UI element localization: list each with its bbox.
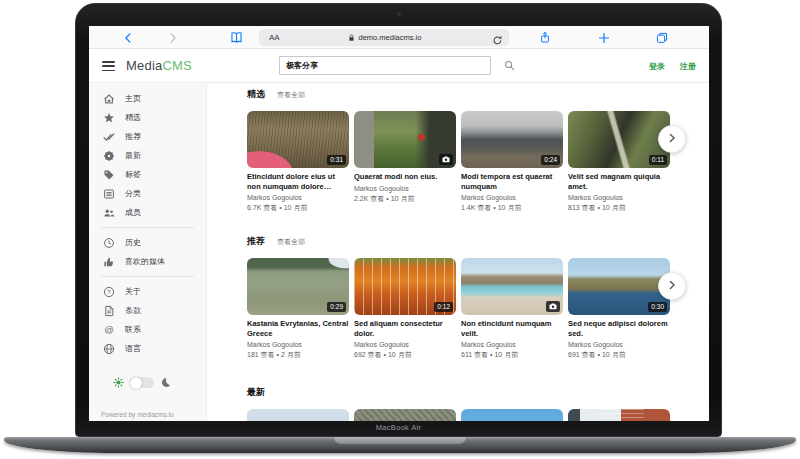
- media-card[interactable]: 0:24Modi tempora est quaerat numquamMark…: [461, 111, 563, 213]
- theme-switch: [113, 377, 171, 388]
- sidebar-item-home[interactable]: 主页: [89, 89, 206, 108]
- sidebar-item-categories[interactable]: 分类: [89, 184, 206, 203]
- media-card[interactable]: [461, 409, 563, 421]
- media-author[interactable]: Markos Gogoulos: [247, 341, 349, 348]
- tabs-icon[interactable]: [655, 31, 668, 44]
- media-thumbnail[interactable]: [461, 409, 563, 421]
- media-card[interactable]: 0:29Kastania Evrytanias, Central GreeceM…: [247, 258, 349, 360]
- sidebar-item-about[interactable]: ?关于: [89, 282, 206, 301]
- sidebar-item-liked-media[interactable]: 喜欢的媒体: [89, 252, 206, 271]
- media-meta: 181 查看 • 2 月前: [247, 350, 349, 360]
- sidebar-item-history[interactable]: 历史: [89, 233, 206, 252]
- media-section-1: 推荐查看全部0:29Kastania Evrytanias, Central G…: [247, 235, 670, 360]
- media-thumbnail[interactable]: 0:31: [247, 111, 349, 168]
- sidebar-item-label: 语言: [125, 343, 141, 354]
- sidebar-divider: [101, 276, 194, 277]
- sidebar-item-label: 推荐: [125, 131, 141, 142]
- lock-icon: [347, 33, 356, 43]
- carousel-next-button[interactable]: [658, 272, 686, 300]
- sidebar-item-contact[interactable]: @联系: [89, 320, 206, 339]
- sidebar-item-label: 最新: [125, 150, 141, 161]
- sidebar-item-latest[interactable]: 最新: [89, 146, 206, 165]
- media-author[interactable]: Markos Gogoulos: [461, 341, 563, 348]
- media-card[interactable]: 0:12Sed aliquam consectetur dolor.Markos…: [354, 258, 456, 360]
- lid-notch: [334, 437, 466, 444]
- media-thumbnail[interactable]: 0:29: [247, 258, 349, 315]
- forward-icon[interactable]: [166, 31, 179, 44]
- media-thumbnail[interactable]: [461, 258, 563, 315]
- media-title[interactable]: Quaerat modi non eius.: [354, 172, 456, 182]
- reload-icon[interactable]: [492, 32, 503, 50]
- media-title[interactable]: Sed neque adipisci dolorem sed.: [568, 319, 670, 338]
- media-thumbnail[interactable]: 0:24: [461, 111, 563, 168]
- media-author[interactable]: Markos Gogoulos: [568, 341, 670, 348]
- svg-text:@: @: [104, 324, 114, 335]
- media-author[interactable]: Markos Gogoulos: [247, 194, 349, 201]
- site-logo[interactable]: MediaCMS: [126, 58, 192, 73]
- sidebar-item-language[interactable]: 语言: [89, 339, 206, 358]
- image-type-badge: [439, 154, 453, 165]
- media-card[interactable]: Non etincidunt numquam velit.Markos Gogo…: [461, 258, 563, 360]
- sidebar-item-members[interactable]: 成员: [89, 203, 206, 222]
- chevron-right-icon: [666, 277, 678, 295]
- media-author[interactable]: Markos Gogoulos: [354, 185, 456, 192]
- duration-badge: 0:12: [434, 302, 453, 313]
- media-thumbnail[interactable]: 0:30: [568, 258, 670, 315]
- media-meta: 691 查看 • 10 月前: [568, 350, 670, 360]
- sidebar-item-featured[interactable]: 精选: [89, 108, 206, 127]
- card-row: 0:31Etincidunt dolore eius ut non numqua…: [247, 111, 670, 213]
- url-text: demo.mediacms.io: [259, 33, 509, 43]
- media-thumbnail[interactable]: [247, 409, 349, 421]
- image-type-badge: [546, 301, 560, 312]
- media-thumbnail[interactable]: 0:11: [568, 111, 670, 168]
- powered-by-link[interactable]: Powered by mediacms.io: [101, 411, 174, 418]
- media-thumbnail[interactable]: [568, 409, 670, 421]
- media-card[interactable]: [354, 409, 456, 421]
- media-card[interactable]: 0:31Etincidunt dolore eius ut non numqua…: [247, 111, 349, 213]
- macbook-bezel: AA demo.mediacms.io: [75, 3, 722, 437]
- media-title[interactable]: Non etincidunt numquam velit.: [461, 319, 563, 338]
- dark-mode-toggle[interactable]: [130, 377, 154, 388]
- media-card[interactable]: 0:11Velit sed magnam quiquia amet.Markos…: [568, 111, 670, 213]
- media-thumbnail[interactable]: 0:12: [354, 258, 456, 315]
- sidebar-nav: 主页精选推荐最新标签分类成员历史喜欢的媒体?关于条款@联系语言: [89, 89, 206, 358]
- media-title[interactable]: Etincidunt dolore eius ut non numquam do…: [247, 172, 349, 191]
- address-bar[interactable]: AA demo.mediacms.io: [259, 29, 509, 46]
- back-icon[interactable]: [122, 31, 135, 44]
- duration-badge: 0:29: [327, 302, 346, 313]
- register-link[interactable]: 注册: [680, 61, 696, 72]
- sidebar-item-recommended[interactable]: 推荐: [89, 127, 206, 146]
- media-title[interactable]: Kastania Evrytanias, Central Greece: [247, 319, 349, 338]
- view-all-link[interactable]: 查看全部: [277, 237, 305, 247]
- history-icon: [103, 237, 115, 249]
- media-title[interactable]: Sed aliquam consectetur dolor.: [354, 319, 456, 338]
- media-author[interactable]: Markos Gogoulos: [354, 341, 456, 348]
- chevron-right-icon: [666, 130, 678, 148]
- media-card[interactable]: 0:30Sed neque adipisci dolorem sed.Marko…: [568, 258, 670, 360]
- carousel-next-button[interactable]: [658, 125, 686, 153]
- bookmarks-icon[interactable]: [230, 31, 243, 44]
- media-thumbnail[interactable]: [354, 409, 456, 421]
- section-header: 推荐查看全部: [247, 235, 670, 248]
- reader-aa-button[interactable]: AA: [269, 33, 280, 42]
- media-title[interactable]: Velit sed magnam quiquia amet.: [568, 172, 670, 191]
- sidebar-item-label: 主页: [125, 93, 141, 104]
- media-card[interactable]: [247, 409, 349, 421]
- new-tab-icon[interactable]: [597, 31, 610, 44]
- menu-icon[interactable]: [102, 61, 115, 71]
- media-author[interactable]: Markos Gogoulos: [568, 194, 670, 201]
- globe-icon: [103, 343, 115, 355]
- sidebar-item-tags[interactable]: 标签: [89, 165, 206, 184]
- media-card[interactable]: Quaerat modi non eius.Markos Gogoulos2.2…: [354, 111, 456, 213]
- sidebar-item-terms[interactable]: 条款: [89, 301, 206, 320]
- media-section-0: 精选查看全部0:31Etincidunt dolore eius ut non …: [247, 88, 670, 213]
- media-card[interactable]: [568, 409, 670, 421]
- share-icon[interactable]: [538, 31, 551, 44]
- search-input[interactable]: [279, 56, 491, 75]
- view-all-link[interactable]: 查看全部: [277, 90, 305, 100]
- media-title[interactable]: Modi tempora est quaerat numquam: [461, 172, 563, 191]
- media-thumbnail[interactable]: [354, 111, 456, 168]
- login-link[interactable]: 登录: [649, 61, 665, 72]
- search-icon[interactable]: [502, 58, 517, 73]
- media-author[interactable]: Markos Gogoulos: [461, 194, 563, 201]
